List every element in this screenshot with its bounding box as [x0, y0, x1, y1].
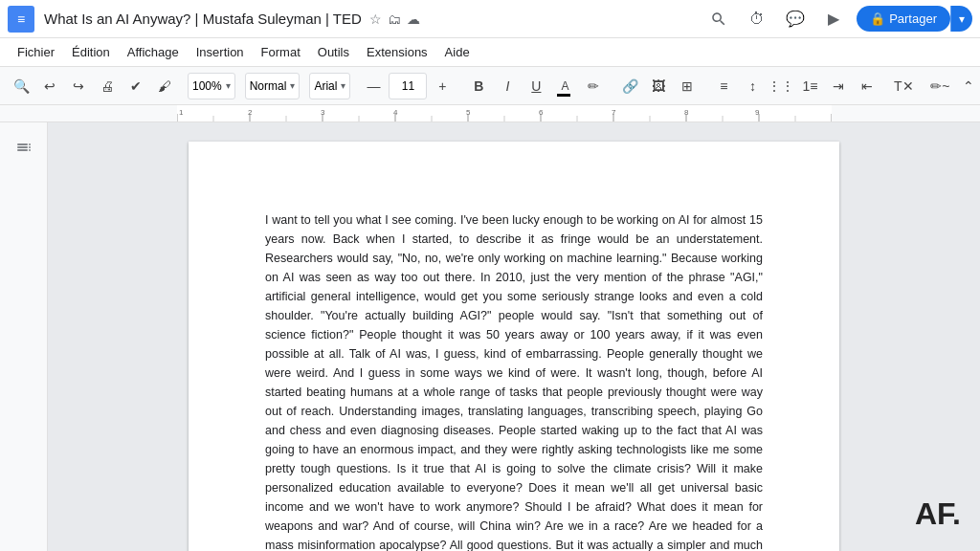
menu-outils[interactable]: Outils [310, 42, 357, 62]
spellcheck-btn[interactable]: ✔ [122, 73, 149, 99]
title-bar: ≡ What Is an AI Anyway? | Mustafa Suleym… [0, 0, 980, 38]
main-content-area: I want to tell you what I see coming. I'… [0, 122, 980, 551]
folder-icon[interactable]: 🗂 [388, 11, 401, 27]
comments-icon[interactable]: 💬 [780, 4, 811, 34]
ordered-list-btn[interactable]: 1≡ [796, 73, 823, 99]
underline-btn[interactable]: U [523, 73, 549, 99]
paint-format-btn[interactable]: 🖌 [151, 73, 178, 99]
font-family-arrow: ▾ [341, 80, 345, 91]
share-button[interactable]: 🔒 Partager [857, 6, 950, 32]
bold-btn[interactable]: B [465, 73, 492, 99]
menu-insertion[interactable]: Insertion [189, 42, 252, 62]
indent-more-btn[interactable]: ⇥ [825, 73, 852, 99]
style-select[interactable]: Normal ▾ [245, 73, 301, 99]
menu-bar: Fichier Édition Affichage Insertion Form… [0, 38, 980, 67]
right-actions: ⏱ 💬 ▶ 🔒 Partager ▾ [703, 4, 972, 34]
svg-text:5: 5 [466, 108, 471, 117]
menu-aide[interactable]: Aide [437, 42, 478, 62]
redo-btn[interactable]: ↪ [65, 73, 92, 99]
share-label: Partager [889, 11, 937, 26]
link-btn[interactable]: 🔗 [616, 73, 643, 99]
title-action-icons: ☆ 🗂 ☁ [369, 11, 420, 27]
document-title: What Is an AI Anyway? | Mustafa Suleyman… [44, 11, 362, 27]
font-size-input[interactable] [389, 73, 427, 99]
indent-less-btn[interactable]: ⇤ [854, 73, 880, 99]
font-size-increase-btn[interactable]: + [429, 73, 456, 99]
undo-btn[interactable]: ↩ [36, 73, 63, 99]
left-sidebar [0, 122, 48, 551]
align-left-btn[interactable]: ≡ [710, 73, 737, 99]
svg-text:6: 6 [539, 108, 544, 117]
font-size-decrease-btn[interactable]: — [360, 73, 387, 99]
menu-format[interactable]: Format [254, 42, 308, 62]
menu-extensions[interactable]: Extensions [359, 42, 435, 62]
style-arrow: ▾ [290, 80, 295, 91]
star-icon[interactable]: ☆ [369, 11, 382, 27]
svg-text:9: 9 [755, 108, 760, 117]
search-toolbar-btn[interactable]: 🔍 [8, 73, 34, 99]
zoom-value: 100% [192, 79, 222, 93]
image-btn[interactable]: 🖼 [645, 73, 672, 99]
print-btn[interactable]: 🖨 [94, 73, 121, 99]
google-docs-icon: ≡ [8, 6, 34, 33]
present-icon[interactable]: ▶ [818, 4, 849, 34]
format-list-btn[interactable]: ⋮⋮ [768, 73, 794, 99]
share-dropdown-button[interactable]: ▾ [950, 6, 972, 32]
zoom-arrow: ▾ [226, 80, 231, 91]
style-value: Normal [250, 79, 287, 93]
page-content[interactable]: I want to tell you what I see coming. I'… [265, 210, 763, 551]
more-tools-btn[interactable]: ✏~ [926, 73, 953, 99]
ruler: 1 2 3 4 5 6 7 8 9 [0, 105, 980, 122]
font-family-value: Arial [314, 79, 337, 93]
collapse-toolbar-btn[interactable]: ⌃ [955, 73, 980, 99]
line-spacing-btn[interactable]: ↕ [739, 73, 766, 99]
menu-affichage[interactable]: Affichage [120, 42, 187, 62]
history-icon[interactable]: ⏱ [742, 4, 772, 34]
cloud-icon[interactable]: ☁ [407, 11, 420, 27]
outline-btn[interactable] [9, 132, 39, 163]
svg-text:8: 8 [684, 108, 689, 117]
document-area: I want to tell you what I see coming. I'… [48, 122, 980, 551]
toolbar: 🔍 ↩ ↪ 🖨 ✔ 🖌 100% ▾ Normal ▾ Arial ▾ — + … [0, 67, 980, 105]
font-family-select[interactable]: Arial ▾ [309, 73, 350, 99]
svg-text:3: 3 [321, 108, 325, 117]
watermark-af: AF. [915, 496, 961, 532]
search-people-icon[interactable] [703, 4, 734, 34]
svg-text:1: 1 [179, 108, 184, 117]
svg-text:2: 2 [248, 108, 253, 117]
highlight-btn[interactable]: ✏ [580, 73, 607, 99]
italic-btn[interactable]: I [494, 73, 521, 99]
svg-text:7: 7 [612, 108, 616, 117]
menu-fichier[interactable]: Fichier [10, 42, 62, 62]
more-btn[interactable]: ⊞ [674, 73, 701, 99]
lock-icon: 🔒 [870, 11, 885, 26]
share-group: 🔒 Partager ▾ [857, 6, 972, 32]
zoom-select[interactable]: 100% ▾ [188, 73, 235, 99]
clear-format-btn[interactable]: T✕ [890, 73, 917, 99]
menu-edition[interactable]: Édition [64, 42, 118, 62]
text-color-btn[interactable]: A [551, 73, 578, 99]
document-page[interactable]: I want to tell you what I see coming. I'… [189, 142, 839, 551]
svg-text:4: 4 [393, 108, 398, 117]
